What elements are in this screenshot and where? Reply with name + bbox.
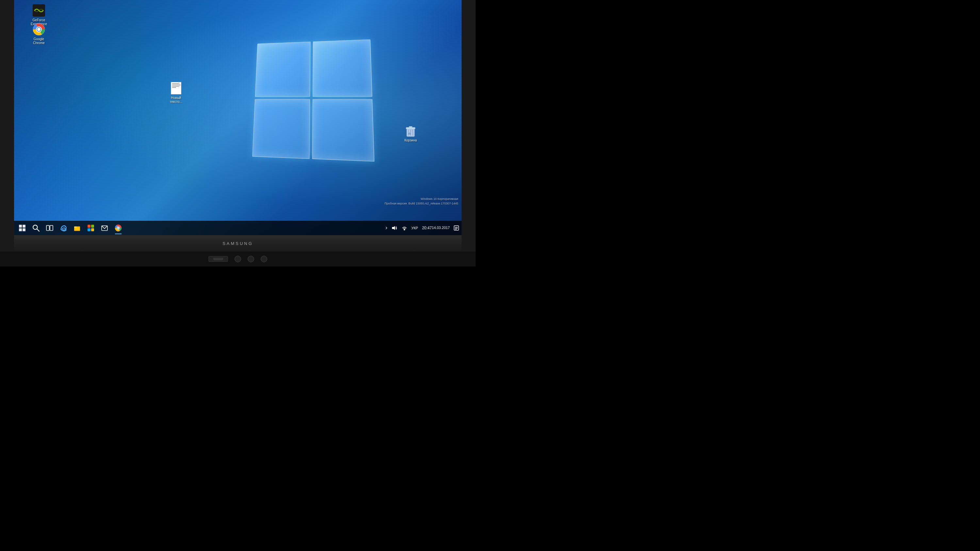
monitor-screen: GeForceExperience GoogleC xyxy=(14,0,461,235)
svg-rect-13 xyxy=(19,228,22,231)
chrome-label: GoogleChrome xyxy=(33,37,45,45)
svg-rect-21 xyxy=(88,225,91,228)
search-button[interactable] xyxy=(29,221,43,235)
windows-logo xyxy=(253,39,370,157)
network-icon[interactable] xyxy=(400,221,409,235)
clock-date: 14.03.2017 xyxy=(432,225,450,230)
monitor-button-1[interactable] xyxy=(235,256,241,262)
svg-marker-30 xyxy=(392,226,395,230)
brand-text: SAMSUNG xyxy=(223,241,253,246)
chrome-icon xyxy=(32,23,45,36)
clock-time: 20:47 xyxy=(422,225,432,231)
svg-rect-23 xyxy=(88,228,91,231)
svg-rect-31 xyxy=(404,229,405,230)
svg-text:♻: ♻ xyxy=(408,132,410,135)
taskbar: УКР 20:47 14.03.2017 xyxy=(14,221,461,235)
watermark: Windows 10 Корпоративная Пробная версия.… xyxy=(385,197,458,206)
edge-button[interactable] xyxy=(57,221,70,235)
volume-icon[interactable] xyxy=(390,221,399,235)
geforce-icon xyxy=(32,4,45,17)
win-pane-bl xyxy=(252,99,310,159)
system-tray: УКР 20:47 14.03.2017 xyxy=(382,221,461,235)
monitor-indicator xyxy=(213,258,223,260)
svg-rect-17 xyxy=(46,225,49,230)
monitor-button-3[interactable] xyxy=(261,256,267,262)
show-hidden-icons-button[interactable] xyxy=(384,221,389,235)
monitor-outer: GeForceExperience GoogleC xyxy=(0,0,476,267)
start-button[interactable] xyxy=(15,221,29,235)
svg-rect-24 xyxy=(91,228,94,231)
monitor-stand xyxy=(0,251,476,267)
recycle-icon: ♻ xyxy=(404,124,417,137)
svg-rect-14 xyxy=(22,228,25,231)
textfile-label: Новыйтексто... xyxy=(170,96,182,104)
svg-point-3 xyxy=(37,28,40,31)
watermark-line2: Пробная версия. Build 15055.rs2_release.… xyxy=(385,202,458,205)
win-pane-br xyxy=(312,99,374,162)
svg-rect-20 xyxy=(74,227,77,228)
svg-point-29 xyxy=(117,227,119,229)
watermark-line1: Windows 10 Корпоративная xyxy=(421,197,458,200)
win-pane-tl xyxy=(255,42,311,97)
desktop-icon-chrome[interactable]: GoogleChrome xyxy=(27,23,51,45)
monitor-light-left xyxy=(208,256,228,262)
svg-rect-11 xyxy=(19,225,22,228)
svg-rect-12 xyxy=(22,225,25,228)
svg-rect-32 xyxy=(454,226,459,230)
store-button[interactable] xyxy=(84,221,98,235)
monitor-button-2[interactable] xyxy=(248,256,254,262)
recycle-label: Корзина xyxy=(404,138,417,142)
mail-button[interactable] xyxy=(98,221,111,235)
language-indicator[interactable]: УКР xyxy=(410,221,420,235)
textfile-icon xyxy=(170,82,183,95)
lang-text: УКР xyxy=(411,226,418,230)
svg-rect-18 xyxy=(50,225,53,230)
chrome-taskbar-button[interactable] xyxy=(111,221,125,235)
svg-point-15 xyxy=(33,225,37,229)
svg-rect-22 xyxy=(91,225,94,228)
svg-line-9 xyxy=(412,130,413,135)
desktop-icon-recycle[interactable]: ♻ Корзина xyxy=(399,124,422,142)
svg-line-16 xyxy=(37,229,39,231)
explorer-button[interactable] xyxy=(70,221,84,235)
win-pane-tr xyxy=(313,40,372,97)
svg-rect-6 xyxy=(409,126,412,128)
action-center-button[interactable] xyxy=(452,221,460,235)
monitor-brand: SAMSUNG xyxy=(14,235,461,251)
desktop-icon-textfile[interactable]: Новыйтексто... xyxy=(164,82,188,104)
system-clock[interactable]: 20:47 14.03.2017 xyxy=(421,221,451,235)
task-view-button[interactable] xyxy=(43,221,57,235)
